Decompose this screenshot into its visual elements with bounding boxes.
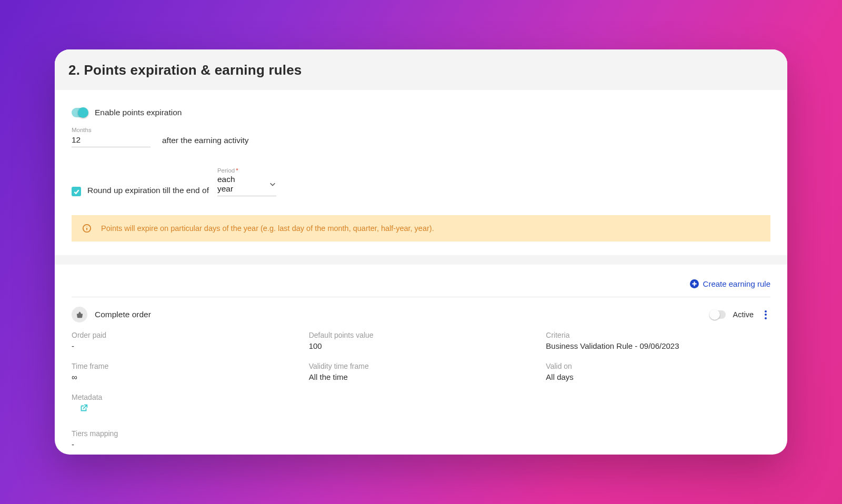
info-icon [82, 224, 92, 233]
section-header: 2. Points expiration & earning rules [55, 49, 787, 90]
period-label: Period* [217, 167, 276, 174]
rule-active-label: Active [733, 310, 754, 319]
order-paid-label: Order paid [72, 331, 296, 339]
alert-text: Points will expire on particular days of… [101, 224, 434, 233]
create-earning-rule-button[interactable]: Create earning rule [690, 279, 770, 288]
rule-title: Complete order [95, 310, 151, 319]
basket-icon [72, 307, 87, 322]
rule-header: Complete order Active [72, 297, 770, 327]
external-link-icon[interactable] [79, 404, 88, 413]
expiration-info-alert: Points will expire on particular days of… [72, 215, 770, 241]
chevron-down-icon [269, 180, 276, 188]
enable-expiration-label: Enable points expiration [95, 108, 182, 117]
period-value: each year [217, 175, 253, 194]
rule-details-grid: Order paid - Default points value 100 Cr… [72, 327, 770, 455]
validity-value: All the time [309, 372, 534, 381]
rule-menu-button[interactable] [761, 310, 770, 319]
order-paid-value: - [72, 341, 296, 350]
period-select[interactable]: each year [217, 174, 276, 196]
tiers-label: Tiers mapping [72, 429, 296, 438]
round-up-label: Round up expiration till the end of [87, 186, 209, 196]
svg-point-2 [86, 226, 87, 227]
time-frame-label: Time frame [72, 362, 296, 370]
valid-on-label: Valid on [546, 362, 770, 370]
valid-on-value: All days [546, 372, 770, 381]
months-input[interactable] [72, 134, 151, 147]
earning-rules-section: Create earning rule Complete order Activ… [55, 265, 787, 455]
infinity-icon: ∞ [72, 372, 296, 381]
months-label: Months [72, 127, 151, 133]
plus-icon [690, 279, 699, 288]
settings-card: 2. Points expiration & earning rules Ena… [55, 49, 787, 455]
validity-label: Validity time frame [309, 362, 534, 370]
rule-active-toggle[interactable] [710, 310, 726, 319]
section-title: 2. Points expiration & earning rules [68, 62, 774, 78]
metadata-label: Metadata [72, 393, 296, 401]
round-up-checkbox[interactable] [72, 187, 81, 196]
after-earning-text: after the earning activity [162, 136, 249, 147]
default-points-label: Default points value [309, 331, 534, 339]
expiration-section: Enable points expiration Months after th… [55, 90, 787, 265]
create-earning-rule-label: Create earning rule [703, 279, 770, 288]
criteria-label: Criteria [546, 331, 770, 339]
tiers-value: - [72, 440, 296, 449]
default-points-value: 100 [309, 341, 534, 350]
enable-expiration-toggle[interactable] [72, 108, 87, 117]
criteria-value: Business Validation Rule - 09/06/2023 [546, 341, 770, 350]
